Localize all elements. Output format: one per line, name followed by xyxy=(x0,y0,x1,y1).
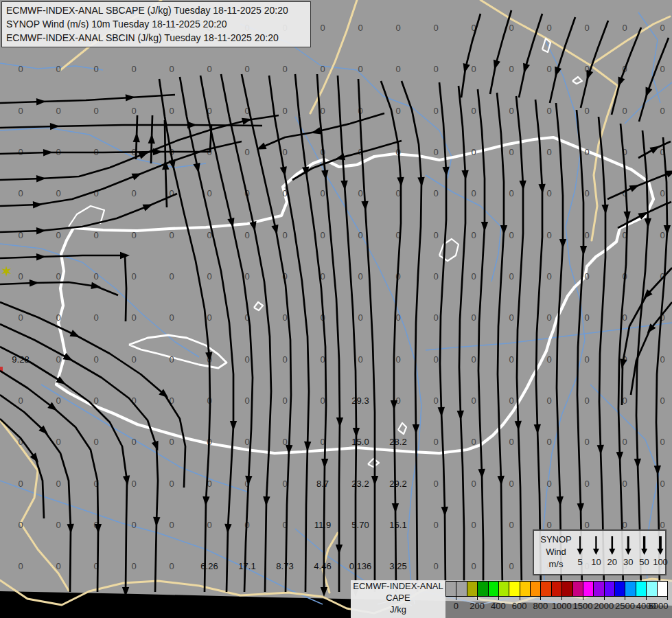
grid-zero-value: 0 xyxy=(471,64,476,74)
grid-zero-value: 0 xyxy=(471,147,476,157)
station-value: 29.3 xyxy=(351,396,369,406)
grid-zero-value: 0 xyxy=(395,147,400,157)
grid-zero-value: 0 xyxy=(433,271,438,282)
station-value: 5.70 xyxy=(351,520,369,530)
cape-tick-label: 2500 xyxy=(615,601,635,611)
grid-zero-value: 0 xyxy=(358,64,362,74)
cape-color-box xyxy=(509,582,520,596)
grid-zero-value: 0 xyxy=(622,188,627,198)
grid-zero-value: 0 xyxy=(282,479,287,489)
grid-zero-value: 0 xyxy=(18,64,23,74)
grid-zero-value: 0 xyxy=(546,479,551,489)
grid-zero-value: 0 xyxy=(18,230,23,240)
wind-arrow-icons xyxy=(574,532,666,557)
grid-zero-value: 0 xyxy=(584,437,589,447)
grid-zero-value: 0 xyxy=(93,561,98,571)
grid-zero-value: 0 xyxy=(244,354,249,365)
grid-zero-value: 0 xyxy=(56,396,60,406)
grid-zero-value: 0 xyxy=(471,520,476,530)
station-value: 15.1 xyxy=(389,520,406,530)
grid-zero-value: 0 xyxy=(660,188,664,198)
cape-color-box xyxy=(605,582,615,596)
grid-zero-value: 0 xyxy=(584,396,589,406)
grid-zero-value: 0 xyxy=(471,354,476,365)
grid-zero-value: 0 xyxy=(56,520,60,530)
grid-zero-value: 0 xyxy=(320,396,325,406)
wind-speed-label: 30 xyxy=(623,557,633,567)
station-value: 0.136 xyxy=(349,561,372,571)
grid-zero-value: 0 xyxy=(56,147,60,157)
station-value: 6.26 xyxy=(200,561,218,571)
grid-zero-value: 0 xyxy=(509,312,513,323)
grid-zero-value: 0 xyxy=(660,230,664,240)
wind-legend-box: SYNOP Wind m/s 510203050100 xyxy=(533,529,667,575)
grid-zero-value: 0 xyxy=(433,312,438,323)
cape-tick xyxy=(583,596,583,600)
grid-zero-value: 0 xyxy=(471,396,476,406)
grid-zero-value: 0 xyxy=(433,147,438,157)
grid-zero-value: 0 xyxy=(169,354,174,365)
title-line-sbcape: ECMWF-INDEX-ANAL SBCAPE (J/kg) Tuesday 1… xyxy=(6,3,306,17)
grid-zero-value: 0 xyxy=(584,188,589,198)
station-value: 28.2 xyxy=(389,437,406,447)
cape-legend-source: ECMWF-INDEX-ANAL xyxy=(351,580,445,592)
grid-zero-value: 0 xyxy=(622,520,627,530)
wind-legend-subtitle: Wind xyxy=(538,546,574,558)
grid-zero-value: 0 xyxy=(93,520,98,530)
grid-zero-value: 0 xyxy=(131,561,136,571)
grid-zero-value: 0 xyxy=(395,23,400,33)
cape-color-box xyxy=(499,582,509,596)
grid-zero-value: 0 xyxy=(509,147,513,157)
grid-zero-value: 0 xyxy=(546,106,551,116)
grid-zero-value: 0 xyxy=(282,312,287,323)
cape-legend-param: CAPE xyxy=(351,592,445,604)
grid-zero-value: 0 xyxy=(509,437,513,447)
grid-zero-value: 0 xyxy=(471,188,476,198)
cape-tick-label: 800 xyxy=(533,601,548,611)
grid-zero-value: 0 xyxy=(546,230,551,240)
grid-zero-value: 0 xyxy=(584,312,589,323)
grid-zero-value: 0 xyxy=(244,230,249,240)
grid-zero-value: 0 xyxy=(509,106,513,116)
grid-zero-value: 0 xyxy=(169,312,174,323)
station-value: 8.7 xyxy=(316,479,329,489)
station-value: 15.0 xyxy=(351,437,369,447)
cape-color-box xyxy=(594,582,604,596)
grid-zero-value: 0 xyxy=(131,188,136,198)
cape-color-box xyxy=(531,582,541,596)
grid-zero-value: 0 xyxy=(471,106,476,116)
grid-zero-value: 0 xyxy=(320,354,325,365)
grid-zero-value: 0 xyxy=(169,479,174,489)
grid-zero-value: 0 xyxy=(546,396,551,406)
grid-zero-value: 0 xyxy=(622,396,627,406)
cape-tick xyxy=(498,596,499,600)
grid-zero-value: 0 xyxy=(433,230,438,240)
grid-zero-value: 0 xyxy=(169,188,174,198)
grid-zero-value: 0 xyxy=(622,354,627,365)
grid-zero-value: 0 xyxy=(660,271,664,282)
grid-zero-value: 0 xyxy=(56,230,60,240)
wind-speed-label: 50 xyxy=(639,557,649,567)
cape-colorbar-legend: ECMWF-INDEX-ANAL CAPE J/kg 0200400600800… xyxy=(351,580,672,618)
grid-zero-value: 0 xyxy=(546,520,551,530)
cape-color-box xyxy=(647,582,657,596)
grid-zero-value: 0 xyxy=(320,230,325,240)
grid-zero-value: 0 xyxy=(207,147,211,157)
grid-zero-value: 0 xyxy=(622,230,627,240)
grid-zero-value: 0 xyxy=(207,271,211,282)
grid-zero-value: 0 xyxy=(93,271,98,282)
grid-zero-value: 0 xyxy=(93,64,98,74)
grid-zero-value: 0 xyxy=(207,479,211,489)
grid-zero-value: 0 xyxy=(471,271,476,282)
cape-color-box xyxy=(658,582,667,596)
grid-zero-value: 0 xyxy=(131,271,136,282)
cape-tick xyxy=(646,596,647,600)
grid-zero-value: 0 xyxy=(395,354,400,365)
grid-zero-value: 0 xyxy=(433,520,438,530)
grid-zero-value: 0 xyxy=(584,64,589,74)
grid-zero-value: 0 xyxy=(320,106,325,116)
wind-speed-arrowhead-icon xyxy=(593,549,599,555)
grid-zero-value: 0 xyxy=(660,437,664,447)
grid-zero-value: 0 xyxy=(546,64,551,74)
grid-zero-value: 0 xyxy=(18,437,23,447)
